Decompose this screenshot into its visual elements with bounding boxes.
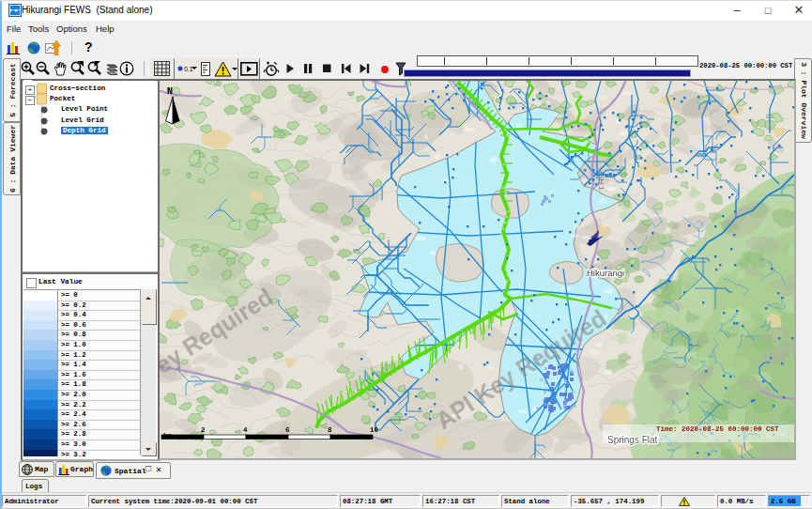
svg-text:8: 8	[328, 426, 332, 434]
svg-text:10: 10	[370, 426, 379, 434]
svg-text:N: N	[167, 86, 173, 97]
svg-text:4: 4	[243, 426, 248, 434]
svg-text:Springs Flat: Springs Flat	[607, 435, 658, 445]
svg-text:Time: 2020-08-25 00:00:00 CST: Time: 2020-08-25 00:00:00 CST	[656, 425, 779, 433]
svg-text:6: 6	[285, 426, 290, 434]
svg-text:Hikurangi: Hikurangi	[587, 268, 624, 278]
svg-text:SH 1: SH 1	[597, 174, 605, 191]
svg-text:2: 2	[201, 426, 206, 434]
